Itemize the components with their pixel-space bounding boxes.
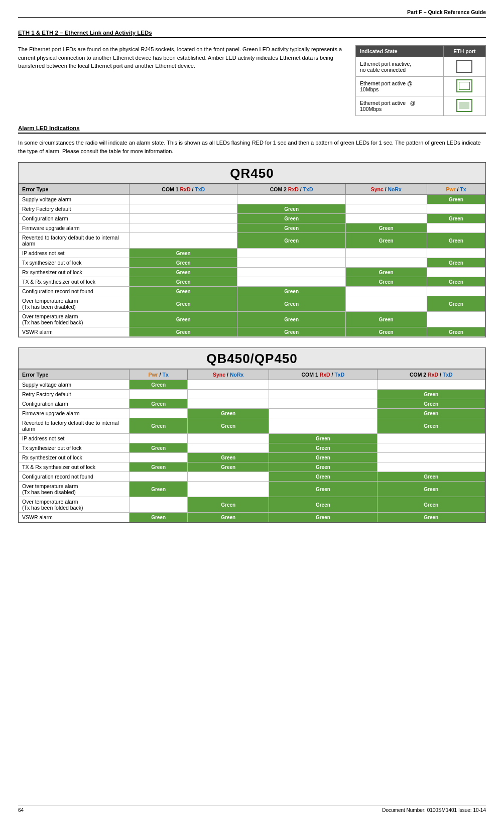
qb450-row: Rx synthesizer out of lockGreenGreen: [19, 453, 485, 462]
footer-document: Document Number: 0100SM1401 Issue: 10-14: [382, 807, 486, 813]
qb450-row: Supply voltage alarmGreen: [19, 380, 485, 390]
qb450-col3-cell: [269, 380, 377, 390]
qr450-com2-cell: [237, 258, 345, 268]
qb450-error-cell: VSWR alarm: [19, 513, 130, 522]
qb450-col2-cell: [188, 390, 269, 399]
qb450-error-cell: Rx synthesizer out of lock: [19, 453, 130, 462]
qr450-com2-cell: [237, 195, 345, 204]
qr450-com2-cell: [237, 249, 345, 258]
qr450-row: Configuration alarmGreenGreen: [19, 214, 485, 223]
qb450-header-error: Error Type: [19, 370, 130, 380]
qr450-row: Supply voltage alarmGreen: [19, 195, 485, 204]
qb450-col2-cell: [188, 482, 269, 497]
qb450-row: VSWR alarmGreenGreenGreenGreen: [19, 513, 485, 522]
header-title: Part F – Quick Reference Guide: [407, 9, 486, 15]
qb450-col4-cell: Green: [377, 399, 485, 409]
qb450-error-cell: Reverted to factory default due to inter…: [19, 418, 130, 434]
qr450-error-cell: Supply voltage alarm: [19, 195, 130, 204]
qr450-com2-cell: Green: [237, 223, 345, 233]
eth-section-title: ETH 1 & ETH 2 – Ethernet Link and Activi…: [18, 30, 486, 38]
qr450-pwr-cell: [427, 204, 485, 214]
qr450-com1-cell: [130, 214, 237, 223]
qb450-col3-cell: Green: [269, 497, 377, 513]
qr450-com1-cell: Green: [130, 249, 237, 258]
qb450-error-cell: Retry Factory default: [19, 390, 130, 399]
qr450-row: Tx synthesizer out of lockGreenGreen: [19, 258, 485, 268]
qb450-error-cell: Configuration alarm: [19, 399, 130, 409]
qb450-col2-cell: [188, 399, 269, 409]
qr450-pwr-cell: Green: [427, 277, 485, 287]
qb450-error-cell: Configuration record not found: [19, 472, 130, 482]
qr450-com1-cell: [130, 204, 237, 214]
qr450-error-cell: Rx synthesizer out of lock: [19, 268, 130, 277]
qr450-row: Firmware upgrade alarmGreenGreen: [19, 223, 485, 233]
qr450-header-com1: COM 1 RxD / TxD: [130, 184, 237, 195]
qb450-header-col1: Pwr / Tx: [130, 370, 188, 380]
qr450-table-wrap: QR450 Error Type COM 1 RxD / TxD COM 2 R…: [18, 162, 486, 337]
qb450-col1-cell: [130, 390, 188, 399]
qb450-col2-cell: Green: [188, 462, 269, 472]
qr450-pwr-cell: Green: [427, 258, 485, 268]
qb450-col4-cell: [377, 453, 485, 462]
qb450-col1-cell: Green: [130, 462, 188, 472]
qb450-title: QB450/QP450: [19, 348, 485, 369]
eth-port-active100: [443, 96, 485, 116]
qr450-com1-cell: [130, 195, 237, 204]
qb450-col4-cell: [377, 443, 485, 453]
qr450-com2-cell: [237, 277, 345, 287]
qb450-row: Firmware upgrade alarmGreenGreen: [19, 409, 485, 418]
qr450-com1-cell: [130, 223, 237, 233]
qb450-error-cell: Over temperature alarm(Tx has been disab…: [19, 482, 130, 497]
qb450-col3-cell: [269, 399, 377, 409]
qb450-col2-cell: [188, 434, 269, 443]
qb450-col4-cell: [377, 380, 485, 390]
qr450-com2-cell: Green: [237, 312, 345, 327]
qr450-com2-cell: Green: [237, 233, 345, 249]
qr450-com2-cell: Green: [237, 204, 345, 214]
qb450-col2-cell: Green: [188, 418, 269, 434]
qb450-row: Over temperature alarm(Tx has been folde…: [19, 497, 485, 513]
qr450-row: Retry Factory defaultGreen: [19, 204, 485, 214]
qr450-table: Error Type COM 1 RxD / TxD COM 2 RxD / T…: [19, 184, 485, 337]
qr450-error-cell: Over temperature alarm(Tx has been folde…: [19, 312, 130, 327]
qr450-sync-cell: Green: [345, 312, 427, 327]
qb450-col1-cell: [130, 497, 188, 513]
qb450-row: Configuration alarmGreenGreen: [19, 399, 485, 409]
qr450-error-cell: Firmware upgrade alarm: [19, 223, 130, 233]
qb450-col4-cell: Green: [377, 409, 485, 418]
qb450-col3-cell: Green: [269, 453, 377, 462]
qr450-pwr-cell: [427, 312, 485, 327]
qb450-header-col4: COM 2 RxD / TxD: [377, 370, 485, 380]
qr450-error-cell: Reverted to factory default due to inter…: [19, 233, 130, 249]
qr450-row: Rx synthesizer out of lockGreenGreen: [19, 268, 485, 277]
qb450-col2-cell: Green: [188, 513, 269, 522]
qr450-com1-cell: Green: [130, 277, 237, 287]
qb450-col4-cell: Green: [377, 482, 485, 497]
qr450-pwr-cell: [427, 223, 485, 233]
qb450-col1-cell: Green: [130, 482, 188, 497]
qb450-row: Configuration record not foundGreenGreen: [19, 472, 485, 482]
qr450-row: Over temperature alarm(Tx has been disab…: [19, 296, 485, 312]
qb450-col4-cell: Green: [377, 497, 485, 513]
qb450-row: IP address not setGreen: [19, 434, 485, 443]
qb450-row: Retry Factory defaultGreen: [19, 390, 485, 399]
qr450-title: QR450: [19, 163, 485, 184]
qb450-col2-cell: Green: [188, 453, 269, 462]
qr450-row: Reverted to factory default due to inter…: [19, 233, 485, 249]
qb450-col2-cell: Green: [188, 409, 269, 418]
qr450-com2-cell: Green: [237, 287, 345, 296]
qr450-sync-cell: [345, 214, 427, 223]
qr450-sync-cell: [345, 258, 427, 268]
port-icon-active100: [456, 99, 472, 112]
qr450-sync-cell: [345, 249, 427, 258]
qr450-sync-cell: [345, 296, 427, 312]
eth-row-active10: Ethernet port active @10Mbps: [356, 77, 486, 96]
eth-state-active100: Ethernet port active @100Mbps: [356, 96, 444, 116]
eth-table-wrap: Indicated State ETH port Ethernet port i…: [355, 45, 486, 116]
qr450-error-cell: TX & Rx synthesizer out of lock: [19, 277, 130, 287]
eth-section: The Ethernet port LEDs are found on the …: [18, 45, 486, 116]
qr450-header-pwr: Pwr / Tx: [427, 184, 485, 195]
qb450-col4-cell: [377, 434, 485, 443]
qb450-col3-cell: [269, 390, 377, 399]
qr450-com1-cell: Green: [130, 327, 237, 337]
